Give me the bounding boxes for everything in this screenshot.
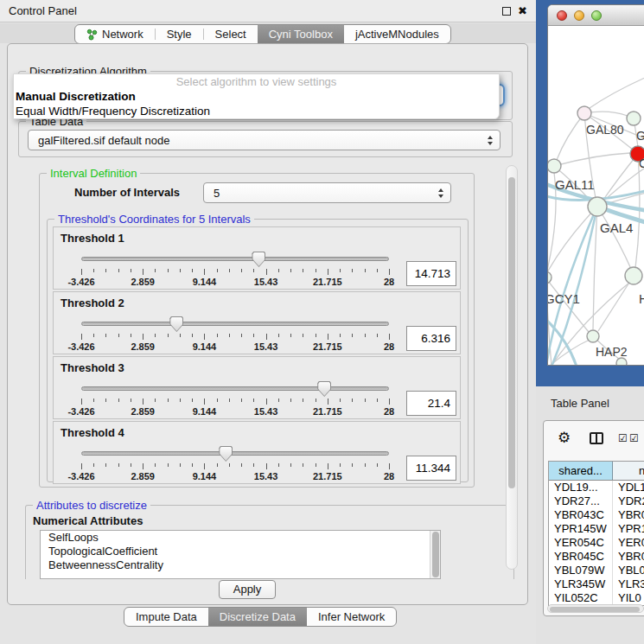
tab-cyni-toolbox[interactable]: Cyni Toolbox (258, 25, 344, 43)
table-horizontal-scrollbar[interactable] (547, 604, 644, 613)
slider-ticks (81, 269, 389, 276)
slider-thumb[interactable] (169, 316, 183, 332)
table-cell[interactable]: YBR0 (613, 550, 644, 564)
table-cell[interactable]: YBR0 (613, 508, 644, 522)
network-node[interactable] (625, 267, 642, 284)
gear-icon[interactable]: ⚙ (558, 429, 571, 446)
column-header[interactable]: na (613, 462, 644, 480)
table-row[interactable]: YER054CYER0 (549, 536, 644, 550)
content-scrollbar[interactable] (506, 165, 518, 570)
table-cell[interactable]: YDL1 (613, 481, 644, 494)
network-edge[interactable] (554, 153, 630, 166)
numerical-attributes-list[interactable]: SelfLoopsTopologicalCoefficientBetweenne… (40, 530, 441, 579)
table-cell[interactable]: YBL079W (549, 564, 613, 577)
checkbox-icon[interactable]: ☑ (629, 432, 639, 444)
split-columns-icon[interactable] (590, 432, 603, 444)
table-data-combobox[interactable]: galFiltered.sif default node (28, 130, 501, 150)
threshold-slider[interactable]: -3.4262.8599.14415.4321.71528 (81, 380, 389, 418)
threshold-slider[interactable]: -3.4262.8599.14415.4321.71528 (81, 251, 389, 289)
tab-label: Cyni Toolbox (269, 28, 333, 41)
dropdown-hint: Select algorithm to view settings (14, 74, 499, 89)
table-cell[interactable]: YIL0 (613, 591, 644, 605)
tick-label: 28 (384, 341, 394, 352)
table-cell[interactable]: YBL0 (613, 564, 644, 577)
list-item[interactable]: BetweennessCentrality (41, 558, 440, 572)
slider-thumb[interactable] (317, 381, 331, 397)
dropdown-option[interactable]: Equal Width/Frequency Discretization (14, 104, 499, 118)
network-node[interactable] (627, 112, 641, 125)
slider-thumb[interactable] (219, 446, 233, 462)
table-row[interactable]: YPR145WYPR1 (549, 522, 644, 536)
tab-infer-network[interactable]: Infer Network (307, 608, 396, 626)
table-row[interactable]: YBL079WYBL0 (549, 564, 644, 577)
table-cell[interactable]: YDL19... (549, 481, 613, 494)
tab-network[interactable]: Network (75, 25, 155, 43)
table-row[interactable]: YDL19...YDL1 (549, 481, 644, 494)
table-row[interactable]: YDR27...YDR2 (549, 494, 644, 508)
table-cell[interactable]: YPR145W (549, 522, 613, 536)
network-node[interactable] (548, 271, 552, 284)
table-row[interactable]: YIL052CYIL0 (549, 591, 644, 605)
slider-track[interactable] (81, 386, 389, 391)
slider-tick-labels: -3.4262.8599.14415.4321.71528 (81, 471, 389, 481)
threshold-value-field[interactable]: 6.316 (406, 326, 456, 351)
tab-jactivemnodules[interactable]: jActiveMNodules (344, 25, 450, 43)
close-icon[interactable]: ✖ (518, 3, 527, 19)
threshold-value-field[interactable]: 14.713 (406, 261, 456, 286)
numerical-attributes-label: Numerical Attributes (33, 514, 143, 527)
network-node[interactable] (588, 197, 607, 216)
network-node[interactable] (587, 330, 599, 342)
close-traffic-light-icon[interactable] (557, 10, 567, 21)
tab-select[interactable]: Select (204, 25, 258, 43)
table-cell[interactable]: YDR2 (613, 494, 644, 508)
network-graph-canvas[interactable]: GAL80GCGAL11GAL4GCY1HHAP2 (548, 27, 644, 366)
tab-discretize-data[interactable]: Discretize Data (208, 608, 307, 626)
threshold-slider[interactable]: -3.4262.8599.14415.4321.71528 (81, 445, 389, 483)
table-row[interactable]: YBR045CYBR0 (549, 550, 644, 564)
scrollbar-thumb[interactable] (432, 532, 439, 577)
network-node[interactable] (616, 358, 627, 366)
slider-track[interactable] (81, 257, 389, 261)
table-cell[interactable]: YLR3 (613, 577, 644, 591)
table-cell[interactable]: YER0 (613, 536, 644, 550)
number-of-intervals-combobox[interactable]: 5 (203, 182, 451, 203)
minimize-traffic-light-icon[interactable] (574, 10, 584, 21)
table-header: shared...na (549, 462, 644, 481)
scrollbar-thumb[interactable] (550, 607, 640, 612)
threshold-value-field[interactable]: 21.4 (406, 391, 456, 416)
network-node[interactable] (577, 106, 591, 120)
table-cell[interactable]: YER054C (549, 536, 613, 550)
slider-thumb[interactable] (252, 252, 265, 267)
table-cell[interactable]: YDR27... (549, 494, 613, 508)
list-item[interactable]: SelfLoops (41, 531, 440, 545)
checkbox-icon[interactable]: ☑ (618, 432, 628, 444)
dropdown-options: Manual DiscretizationEqual Width/Frequen… (14, 89, 499, 118)
table-cell[interactable]: YPR1 (613, 522, 644, 536)
table-cell[interactable]: YBR045C (549, 550, 613, 564)
threshold-value-field[interactable]: 11.344 (406, 456, 456, 481)
tab-style[interactable]: Style (156, 25, 203, 43)
network-edge[interactable] (590, 77, 644, 108)
table-cell[interactable]: YBR043C (549, 508, 613, 522)
table-panel: ⚙ ☑ ☑ shared...na YDL19...YDL1YDR27...YD… (543, 420, 644, 616)
dropdown-option[interactable]: Manual Discretization (14, 89, 499, 104)
tab-impute-data[interactable]: Impute Data (124, 608, 208, 626)
slider-track[interactable] (81, 322, 389, 326)
network-edge[interactable] (557, 113, 584, 160)
network-edge-highlighted[interactable] (548, 319, 577, 366)
scrollbar-thumb[interactable] (508, 177, 515, 488)
float-window-icon[interactable] (502, 7, 511, 16)
apply-button[interactable]: Apply (219, 580, 276, 599)
list-scrollbar[interactable] (430, 531, 440, 578)
zoom-traffic-light-icon[interactable] (591, 10, 602, 21)
threshold-slider[interactable]: -3.4262.8599.14415.4321.71528 (81, 316, 389, 354)
column-header[interactable]: shared... (549, 462, 613, 480)
table-cell[interactable]: YLR345W (549, 577, 613, 591)
table-row[interactable]: YBR043CYBR0 (549, 508, 644, 522)
network-window-titlebar (548, 5, 644, 26)
table-row[interactable]: YLR345WYLR3 (549, 577, 644, 591)
network-node[interactable] (548, 159, 561, 173)
slider-track[interactable] (81, 451, 389, 456)
table-cell[interactable]: YIL052C (549, 591, 613, 605)
list-item[interactable]: TopologicalCoefficient (41, 545, 440, 558)
